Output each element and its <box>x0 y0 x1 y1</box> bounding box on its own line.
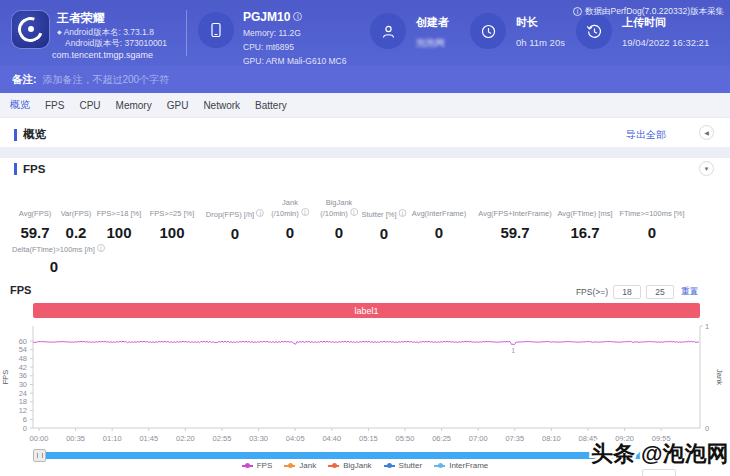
legend-item-jank[interactable]: Jank <box>284 461 316 470</box>
info-icon[interactable]: i <box>301 208 309 216</box>
remark-bar: 备注: 添加备注，不超过200个字符 <box>0 66 730 93</box>
legend-item-bigjank[interactable]: BigJank <box>328 461 371 470</box>
svg-text:06:25: 06:25 <box>432 434 451 443</box>
device-block: PGJM10i Memory: 11.2G CPU: mt6895 GPU: A… <box>198 12 346 66</box>
svg-text:24: 24 <box>19 389 27 398</box>
info-icon[interactable]: i <box>350 208 358 216</box>
fps-section-title: FPS <box>23 163 45 175</box>
tab-network[interactable]: Network <box>203 100 240 111</box>
svg-text:Jank: Jank <box>715 369 724 385</box>
watermark: 头条 @泡泡网 <box>591 439 729 469</box>
chart-band-label: label1 <box>354 306 378 316</box>
fps-chart[interactable]: 0612182430364248546010FPSJank00:0000:350… <box>0 318 730 452</box>
stat-value: 0 <box>361 225 406 242</box>
device-model: PGJM10 <box>243 10 290 24</box>
partial-input-below-fold[interactable] <box>642 469 676 476</box>
stat-avg-fps-: Avg(FPS)59.7 <box>19 198 51 241</box>
svg-text:36: 36 <box>19 371 27 380</box>
creator-label: 创建者 <box>416 15 449 30</box>
svg-text:03:30: 03:30 <box>249 434 268 443</box>
stat-value: 0 <box>12 258 96 275</box>
stat-var-fps-: Var(FPS)0.2 <box>61 198 92 241</box>
fps-threshold-input-2[interactable]: 25 <box>646 285 674 299</box>
stat-fps-18-: FPS>=18 [%]100 <box>97 198 142 241</box>
stat-stutter-: Stutter [%]i0 <box>361 198 406 242</box>
svg-text:02:20: 02:20 <box>176 434 195 443</box>
svg-text:05:15: 05:15 <box>359 434 378 443</box>
game-app-icon <box>12 11 49 48</box>
info-icon[interactable]: i <box>256 209 264 217</box>
stat-value: 0 <box>412 224 466 241</box>
fps-threshold-controls: FPS(>=) 18 25 重置 <box>576 285 698 299</box>
stat-value: 0.2 <box>61 224 92 241</box>
stat-avg-interframe-: Avg(InterFrame)0 <box>412 198 466 241</box>
legend-label: FPS <box>257 461 273 470</box>
device-gpu: GPU: ARM Mali-G610 MC6 <box>243 56 346 66</box>
svg-text:48: 48 <box>19 354 27 363</box>
fps-threshold-input-1[interactable]: 18 <box>613 285 641 299</box>
reset-link[interactable]: 重置 <box>681 286 698 298</box>
stat-value: 0 <box>320 224 358 241</box>
stat-jank: Jank(/10min)i0 <box>271 198 309 241</box>
legend-label: Stutter <box>399 461 423 470</box>
info-icon[interactable]: i <box>399 209 407 217</box>
chart-label-band: label1 <box>33 303 700 318</box>
stat-bigjank: BigJank(/10min)i0 <box>320 198 358 241</box>
tab-fps[interactable]: FPS <box>45 100 64 111</box>
stat-delta-ftime: Delta(FTime)>100ms [/h]i 0 <box>12 244 105 275</box>
duration-block: 时长 0h 11m 20s <box>470 13 565 49</box>
stat-value: 59.7 <box>478 224 551 241</box>
fps-collapse-button[interactable]: ▼ <box>699 161 714 176</box>
stat-value: 59.7 <box>19 224 51 241</box>
device-info-icon[interactable]: i <box>293 12 302 21</box>
svg-text:0: 0 <box>23 424 27 433</box>
legend-item-interframe[interactable]: InterFrame <box>434 461 488 470</box>
svg-text:01:10: 01:10 <box>103 434 122 443</box>
tab-battery[interactable]: Battery <box>255 100 287 111</box>
upload-time-value: 19/04/2022 16:32:21 <box>622 37 709 48</box>
svg-text:02:55: 02:55 <box>213 434 232 443</box>
legend-marker <box>384 465 395 467</box>
person-icon <box>370 13 406 49</box>
tab-memory[interactable]: Memory <box>116 100 152 111</box>
perfdog-report-page: 王者荣耀 ◆Android版本名: 3.73.1.8 Android版本号: 3… <box>0 0 730 476</box>
svg-text:6: 6 <box>23 415 27 424</box>
app-name: 王者荣耀 <box>57 10 105 27</box>
stat-fps-25-: FPS>=25 [%]100 <box>150 198 195 241</box>
tab-overview[interactable]: 概览 <box>10 98 30 112</box>
section-accent-bar <box>14 163 17 175</box>
svg-text:60: 60 <box>19 337 27 346</box>
info-icon: i <box>573 7 582 16</box>
fps-threshold-label: FPS(>=) <box>576 287 608 297</box>
svg-text:FPS: FPS <box>1 370 10 385</box>
creator-value: 泡泡网 <box>416 37 449 50</box>
legend-label: InterFrame <box>449 461 488 470</box>
legend-marker <box>284 465 295 467</box>
report-header: 王者荣耀 ◆Android版本名: 3.73.1.8 Android版本号: 3… <box>0 0 730 66</box>
remark-label: 备注: <box>12 73 37 87</box>
phone-icon <box>198 12 234 48</box>
stat-value: 16.7 <box>557 224 612 241</box>
svg-text:08:10: 08:10 <box>542 434 561 443</box>
svg-text:1: 1 <box>511 347 515 354</box>
info-icon[interactable]: i <box>97 244 105 252</box>
tab-gpu[interactable]: GPU <box>167 100 189 111</box>
svg-text:1: 1 <box>705 322 709 331</box>
app-version-code: Android版本号: 373010001 <box>65 38 167 50</box>
section-gap <box>0 148 730 158</box>
remark-input[interactable]: 添加备注，不超过200个字符 <box>43 73 170 87</box>
tab-cpu[interactable]: CPU <box>79 100 100 111</box>
svg-text:0: 0 <box>705 424 709 433</box>
device-cpu: CPU: mt6895 <box>243 42 346 52</box>
legend-item-stutter[interactable]: Stutter <box>384 461 423 470</box>
stat-value: 100 <box>97 224 142 241</box>
stat-value: 0 <box>619 224 684 241</box>
upload-time-block: 上传时间 19/04/2022 16:32:21 <box>576 13 709 49</box>
svg-text:05:50: 05:50 <box>396 434 415 443</box>
creator-block: 创建者 泡泡网 <box>370 13 449 50</box>
export-all-link[interactable]: 导出全部 <box>626 128 666 142</box>
legend-marker <box>434 465 445 467</box>
overview-collapse-button[interactable]: ◀ <box>699 125 714 140</box>
stat-drop-fps-h-: Drop(FPS) [/h]i0 <box>206 198 264 242</box>
legend-item-fps[interactable]: FPS <box>242 461 273 470</box>
